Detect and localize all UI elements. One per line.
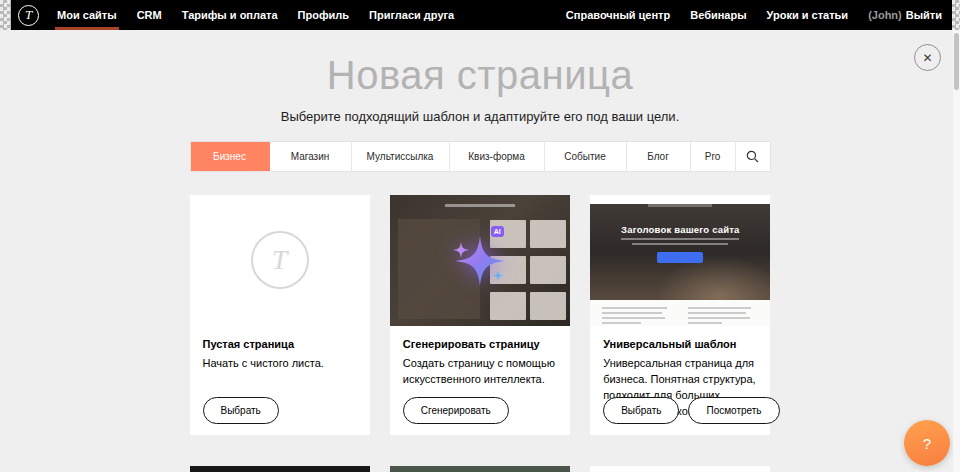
text-line bbox=[602, 307, 667, 309]
tab-multilink[interactable]: Мультиссылка bbox=[352, 142, 450, 171]
tilda-watermark-icon: T bbox=[251, 231, 309, 289]
ai-badge: AI bbox=[491, 226, 504, 237]
text-line bbox=[688, 322, 722, 324]
nav-webinars[interactable]: Вебинары bbox=[680, 0, 756, 30]
scrollbar-thumb[interactable] bbox=[954, 33, 959, 90]
select-button[interactable]: Выбрать bbox=[603, 397, 679, 424]
card-actions: Сгенерировать bbox=[403, 397, 509, 424]
tab-pro[interactable]: Pro bbox=[691, 142, 736, 171]
template-card-partial[interactable] bbox=[390, 466, 570, 472]
template-card-partial[interactable] bbox=[590, 466, 770, 472]
blank-page-preview: T bbox=[190, 195, 370, 326]
new-page-modal: ✕ Новая страница Выберите подходящий шаб… bbox=[0, 30, 960, 472]
help-question-icon: ? bbox=[923, 435, 931, 452]
logout-link[interactable]: Выйти bbox=[902, 0, 942, 30]
card-title: Сгенерировать страницу bbox=[403, 338, 557, 350]
text-line bbox=[688, 312, 746, 314]
template-card-universal[interactable]: Заголовок вашего сайта bbox=[590, 195, 770, 435]
scrollbar-track[interactable] bbox=[953, 30, 960, 472]
card-body: Пустая страница Начать с чистого листа. bbox=[190, 326, 370, 372]
close-icon: ✕ bbox=[922, 51, 932, 65]
placeholder-text-lines bbox=[688, 307, 758, 326]
right-edge-pattern bbox=[952, 0, 960, 30]
preview-text-section bbox=[590, 300, 770, 326]
ai-generate-preview: AI bbox=[390, 195, 570, 326]
text-line bbox=[688, 307, 751, 309]
nav-profile[interactable]: Профиль bbox=[288, 0, 359, 30]
search-icon bbox=[746, 150, 759, 163]
text-line bbox=[602, 312, 662, 314]
card-actions: Выбрать bbox=[203, 397, 279, 424]
primary-nav: Мои сайты CRM Тарифы и оплата Профиль Пр… bbox=[47, 0, 464, 30]
template-card-ai-generate[interactable]: AI Сгенерировать страницу Создать страни… bbox=[390, 195, 570, 435]
tab-blog[interactable]: Блог bbox=[627, 142, 691, 171]
preview-nav-placeholder bbox=[648, 204, 712, 207]
template-cards-grid: T Пустая страница Начать с чистого листа… bbox=[190, 195, 771, 472]
user-name: (John) bbox=[858, 9, 902, 21]
preview-hero: Заголовок вашего сайта bbox=[590, 204, 770, 300]
page-title: Новая страница bbox=[0, 51, 960, 99]
secondary-nav: Справочный центр Вебинары Уроки и статьи… bbox=[556, 0, 960, 30]
card-title: Пустая страница bbox=[203, 338, 357, 350]
view-button[interactable]: Посмотреть bbox=[688, 397, 779, 424]
card-actions: Выбрать Посмотреть bbox=[603, 397, 779, 424]
close-button[interactable]: ✕ bbox=[914, 44, 941, 71]
generate-button[interactable]: Сгенерировать bbox=[403, 397, 509, 424]
preview-cta-button bbox=[657, 252, 703, 263]
tab-store[interactable]: Магазин bbox=[270, 142, 352, 171]
tab-business[interactable]: Бизнес bbox=[191, 142, 270, 171]
text-line bbox=[602, 322, 641, 324]
card-title: Универсальный шаблон bbox=[603, 338, 757, 350]
tab-quiz-form[interactable]: Квиз-форма bbox=[450, 142, 545, 171]
nav-lessons-articles[interactable]: Уроки и статьи bbox=[757, 0, 859, 30]
card-body: Сгенерировать страницу Создать страницу … bbox=[390, 326, 570, 388]
template-preview bbox=[590, 466, 770, 472]
nav-help-center[interactable]: Справочный центр bbox=[556, 0, 680, 30]
tab-event[interactable]: Событие bbox=[545, 142, 627, 171]
text-line bbox=[621, 238, 739, 240]
card-description: Создать страницу с помощью искусственног… bbox=[403, 356, 557, 388]
text-line bbox=[632, 243, 728, 245]
template-card-blank-page[interactable]: T Пустая страница Начать с чистого листа… bbox=[190, 195, 370, 435]
preview-heading: Заголовок вашего сайта bbox=[590, 224, 770, 235]
nav-my-sites[interactable]: Мои сайты bbox=[47, 0, 127, 30]
nav-invite-friend[interactable]: Пригласи друга bbox=[359, 0, 464, 30]
nav-crm[interactable]: CRM bbox=[127, 0, 172, 30]
template-preview bbox=[190, 466, 370, 472]
card-description: Начать с чистого листа. bbox=[203, 356, 357, 372]
text-line bbox=[688, 317, 750, 319]
template-card-partial[interactable] bbox=[190, 466, 370, 472]
universal-template-preview: Заголовок вашего сайта bbox=[590, 195, 770, 326]
left-edge-pattern bbox=[0, 0, 11, 30]
select-button[interactable]: Выбрать bbox=[203, 397, 279, 424]
tilda-logo-letter: T bbox=[25, 7, 32, 23]
page-subtitle: Выберите подходящий шаблон и адаптируйте… bbox=[0, 109, 960, 125]
help-button[interactable]: ? bbox=[904, 420, 950, 466]
watermark-letter: T bbox=[272, 244, 288, 276]
template-category-tabs: Бизнес Магазин Мультиссылка Квиз-форма С… bbox=[190, 141, 771, 172]
top-navigation-bar: T Мои сайты CRM Тарифы и оплата Профиль … bbox=[0, 0, 960, 30]
text-line bbox=[602, 317, 665, 319]
ai-star-icon bbox=[390, 195, 570, 326]
tab-search[interactable] bbox=[736, 142, 770, 171]
nav-tariffs-payment[interactable]: Тарифы и оплата bbox=[172, 0, 288, 30]
tilda-logo[interactable]: T bbox=[18, 5, 39, 26]
template-preview bbox=[390, 466, 570, 472]
placeholder-text-lines bbox=[602, 307, 672, 326]
